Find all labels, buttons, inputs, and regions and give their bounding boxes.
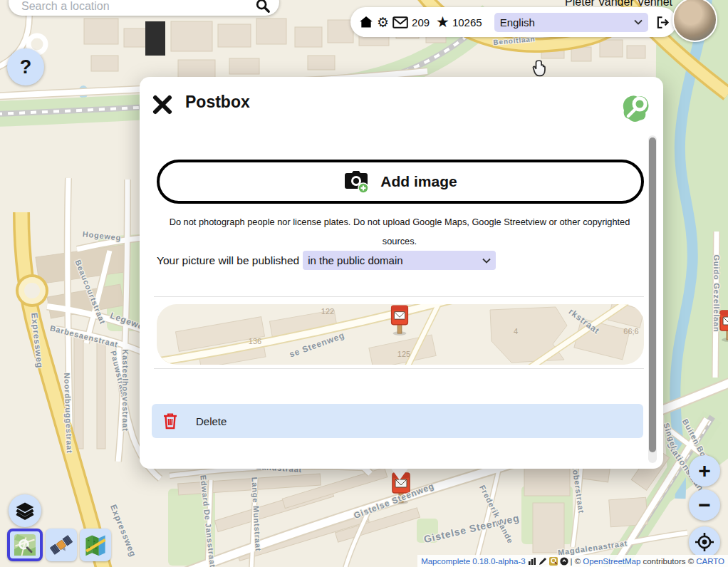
add-image-button[interactable]: Add image [157,160,644,204]
bar-chart-icon[interactable] [528,557,536,566]
minimap-label: 66;6 [623,327,638,335]
minimap-label: se Steenweg [288,330,345,359]
chevron-down-icon [482,258,491,264]
theme-button-osm[interactable] [7,529,43,561]
delete-label: Delete [196,415,227,427]
help-button[interactable]: ? [7,48,44,85]
osm-logo-icon[interactable] [549,557,558,566]
star-icon: ★ [436,14,449,31]
close-button[interactable] [151,94,174,117]
user-toolbar: ⚙ 209 ★ 10265 English [350,7,677,37]
popup-title: Postbox [185,93,250,112]
plus-icon: + [698,459,711,483]
language-value: English [500,16,535,28]
app-window: Dirk MartensstraatBenoitlaanHogewegBeauc… [0,0,728,567]
home-icon [359,15,373,29]
mapcomplete-logo-icon [621,94,650,124]
messages-button[interactable]: 209 [392,16,430,28]
dark-circle-icon[interactable] [560,557,568,566]
license-value: in the public domain [308,254,402,266]
mapcomplete-version-link[interactable]: Mapcomplete 0.18.0-alpha-3 [421,557,525,566]
image-disclaimer: Do not photograph people nor license pla… [164,212,635,251]
osm-link[interactable]: OpenStreetMap [583,557,640,566]
geolocate-button[interactable] [689,526,720,558]
minimap-label: 125 [397,350,410,358]
crosshair-icon [695,532,714,552]
dark-building [145,21,165,56]
help-label: ? [20,56,32,78]
license-prefix: Your picture will be published [157,254,299,267]
attribution-bar: Mapcomplete 0.18.0-alpha-3 | © OpenStree… [417,555,728,567]
search-input[interactable] [20,0,255,14]
background-layers-button[interactable] [9,494,41,527]
license-row: Your picture will be published in the pu… [157,251,496,270]
attribution-contributors: contributors © [643,557,694,566]
message-count: 209 [412,16,430,28]
mail-icon [392,16,408,28]
minimap-label: rkstraat [567,306,602,336]
star-count: 10265 [452,16,482,28]
stars-button[interactable]: ★ 10265 [436,14,482,31]
minimap-label: 4 [514,327,518,335]
logout-icon [655,15,670,30]
minimap-label: 122 [321,307,334,316]
folded-map-icon [84,532,107,558]
home-button[interactable] [359,15,373,29]
delete-button[interactable]: Delete [152,404,643,438]
pencil-icon[interactable] [539,557,547,566]
trash-icon [163,412,177,430]
theme-button-satellite[interactable] [46,529,77,561]
hand-cursor-icon [531,58,550,77]
zoom-out-button[interactable]: − [689,489,720,521]
close-icon [152,95,172,115]
minimap-label: 136 [249,337,261,345]
language-select[interactable]: English [494,13,648,32]
divider [154,296,644,297]
add-image-label: Add image [380,173,457,190]
settings-button[interactable]: ⚙ [377,14,389,31]
license-select[interactable]: in the public domain [303,251,496,270]
satellite-icon [50,532,73,558]
logout-button[interactable] [655,15,670,30]
theme-button-mapnik[interactable] [80,529,111,561]
chevron-down-icon [634,19,643,25]
osm-map-icon [14,532,36,558]
popup-scrollbar-thumb[interactable] [649,137,656,452]
zoom-in-button[interactable]: + [689,455,720,487]
camera-icon [343,170,370,194]
search-bar [9,0,279,16]
feature-popup: Postbox Add image Do not photograph peop… [140,77,663,469]
layers-icon [15,500,35,521]
minus-icon: − [698,493,711,517]
gear-icon: ⚙ [377,14,389,31]
attribution-separator: | © [571,557,581,566]
popup-scrollbar [648,135,657,463]
search-icon[interactable] [255,0,271,14]
location-minimap[interactable]: 122136125466;6se Steenwegrkstraat [157,304,644,365]
divider [154,368,644,369]
carto-link[interactable]: CARTO [696,557,724,566]
